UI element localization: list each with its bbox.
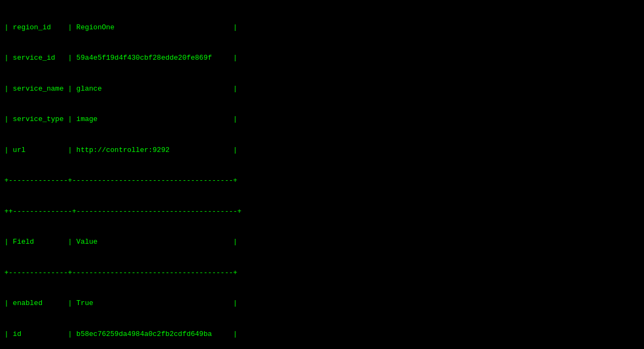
line-8: | Field | Value | — [4, 237, 640, 248]
line-4: | service_type | image | — [4, 115, 640, 125]
terminal-window: | region_id | RegionOne | | service_id |… — [0, 0, 644, 349]
terminal-output: | region_id | RegionOne | | service_id |… — [0, 0, 644, 349]
line-11: | id | b58ec76259da4984a0c2fb2cdfd649ba … — [4, 329, 640, 340]
line-10: | enabled | True | — [4, 299, 640, 309]
line-2: | service_id | 59a4e5f19d4f430cbf28edde2… — [4, 53, 640, 64]
line-5: | url | http://controller:9292 | — [4, 145, 640, 156]
line-7: ++--------------+-----------------------… — [4, 207, 640, 217]
line-1: | region_id | RegionOne | — [4, 23, 640, 33]
line-9: +--------------+------------------------… — [4, 268, 640, 278]
line-6: +--------------+------------------------… — [4, 176, 640, 186]
line-3: | service_name | glance | — [4, 84, 640, 94]
